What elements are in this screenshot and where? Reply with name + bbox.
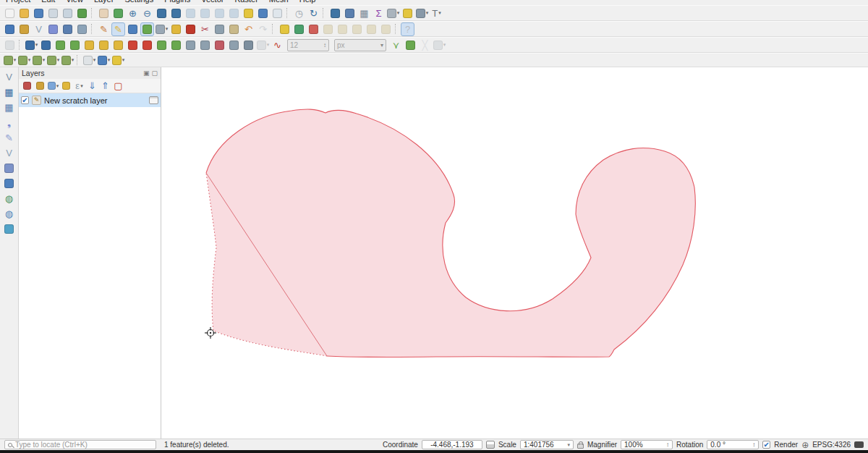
menu-help[interactable]: Help xyxy=(299,0,316,5)
menu-view[interactable]: View xyxy=(66,0,83,5)
remove-layer-icon[interactable]: ▢ xyxy=(112,80,124,92)
open-attribute-table-icon[interactable]: ▦ xyxy=(357,7,371,20)
text-annotation-icon[interactable]: T▾ xyxy=(430,7,443,20)
map-tips-icon[interactable] xyxy=(401,7,414,20)
temporal-controller-icon[interactable]: ◷ xyxy=(292,7,306,20)
new-spatialite-layer-icon[interactable]: ✎ xyxy=(2,131,16,145)
draw-rectangle-icon[interactable]: ▾ xyxy=(46,54,60,67)
new-map-view-icon[interactable] xyxy=(271,7,284,20)
zoom-out-icon[interactable]: ⊖ xyxy=(140,7,154,20)
move-feature-icon[interactable]: ▾ xyxy=(25,38,38,52)
map-canvas[interactable] xyxy=(161,67,868,439)
refresh-map-icon[interactable]: ↻ xyxy=(307,7,320,20)
datasource-manager-icon[interactable] xyxy=(3,22,17,36)
save-layer-edits-icon[interactable] xyxy=(126,22,140,36)
circular-string-icon[interactable]: ▾ xyxy=(3,54,17,67)
add-delimited-text-layer-icon[interactable]: ❟ xyxy=(2,116,16,130)
coordinate-field[interactable]: -4.468,-1.193 xyxy=(422,440,482,449)
panel-close-icon[interactable]: ▢ xyxy=(151,69,158,77)
add-raster-layer-icon[interactable]: ▦ xyxy=(2,85,16,99)
layer-label[interactable]: New scratch layer xyxy=(44,96,146,105)
add-group-icon[interactable] xyxy=(34,80,46,92)
add-mesh-layer-icon[interactable]: ▦ xyxy=(2,101,16,114)
magnifier-spinbox[interactable]: 100% ↕ xyxy=(621,440,673,449)
show-bookmarks-icon[interactable] xyxy=(256,7,270,20)
add-wcs-layer-icon[interactable] xyxy=(2,222,16,236)
vertex-tool-icon[interactable]: ▾ xyxy=(155,22,169,36)
new-spatialite-layer-icon[interactable] xyxy=(46,22,60,36)
layer-labeling-icon[interactable] xyxy=(278,22,292,36)
rotate-feature-icon[interactable] xyxy=(54,38,67,52)
collapse-all-icon[interactable]: ⇑ xyxy=(99,80,111,92)
zoom-native-icon[interactable] xyxy=(155,7,169,20)
rotation-spinbox[interactable]: 0.0 ° ↕ xyxy=(707,440,759,449)
new-bookmark-icon[interactable] xyxy=(242,7,255,20)
copy-move-feature-icon[interactable] xyxy=(39,38,53,52)
show-layout-manager-icon[interactable] xyxy=(61,7,75,20)
manage-map-themes-icon[interactable]: ▾ xyxy=(47,80,59,92)
new-3d-map-icon[interactable]: ▾ xyxy=(415,7,429,20)
menu-settings[interactable]: Settings xyxy=(124,0,153,5)
scale-lock-icon[interactable] xyxy=(577,444,584,449)
draw-regular-polygon-icon[interactable]: ▾ xyxy=(61,54,75,67)
menu-vector[interactable]: Vector xyxy=(201,0,224,5)
undo-icon[interactable]: ↶ xyxy=(242,22,255,36)
scale-combo[interactable]: 1:401756 ▾ xyxy=(520,440,574,449)
locate-search-input[interactable]: Type to locate (Ctrl+K) xyxy=(4,440,156,449)
select-features-icon[interactable]: ▾ xyxy=(82,54,96,67)
add-vector-layer-icon[interactable]: V xyxy=(2,70,16,84)
add-polygon-feature-icon[interactable] xyxy=(140,22,154,36)
menu-plugins[interactable]: Plugins xyxy=(164,0,190,5)
delete-part-icon[interactable] xyxy=(140,38,154,52)
filter-legend-icon[interactable] xyxy=(60,80,72,92)
toggle-editing-icon[interactable]: ✎ xyxy=(111,22,125,36)
draw-ellipse-icon[interactable]: ▾ xyxy=(32,54,46,67)
copy-features-icon[interactable] xyxy=(213,22,226,36)
filter-by-expression-icon[interactable]: ε▾ xyxy=(73,80,85,92)
deselect-all-icon[interactable]: ▾ xyxy=(111,54,125,67)
messages-icon[interactable] xyxy=(854,441,864,448)
draw-circle-icon[interactable]: ▾ xyxy=(17,54,31,67)
menu-raster[interactable]: Raster xyxy=(234,0,258,5)
layer-visibility-checkbox[interactable]: ✔ xyxy=(21,96,29,104)
run-feature-action-icon[interactable] xyxy=(343,7,357,20)
new-temporary-scratch-layer-icon[interactable] xyxy=(61,22,75,36)
enable-snapping-icon[interactable] xyxy=(404,38,417,52)
add-wms-layer-icon[interactable]: ◍ xyxy=(2,192,16,206)
select-by-form-icon[interactable]: ▾ xyxy=(97,54,111,67)
simplify-feature-icon[interactable] xyxy=(68,38,82,52)
split-parts-icon[interactable] xyxy=(198,38,212,52)
layer-diagram-icon[interactable] xyxy=(307,22,320,36)
stream-digitizing-icon[interactable]: ∿ xyxy=(271,38,284,52)
pan-to-selection-icon[interactable] xyxy=(111,7,125,20)
zoom-in-icon[interactable]: ⊕ xyxy=(126,7,140,20)
merge-attributes-icon[interactable] xyxy=(227,38,241,52)
menu-edit[interactable]: Edit xyxy=(41,0,55,5)
memory-layer-indicator-icon[interactable] xyxy=(149,96,158,104)
offset-curve-icon[interactable] xyxy=(155,38,169,52)
extents-toggle-icon[interactable] xyxy=(486,441,495,449)
measure-icon[interactable]: ▾ xyxy=(386,7,400,20)
add-ring-icon[interactable] xyxy=(82,38,96,52)
zoom-full-icon[interactable] xyxy=(169,7,183,20)
new-geopackage-layer-icon[interactable] xyxy=(17,22,31,36)
add-virtual-layer-icon[interactable]: V xyxy=(2,146,16,160)
menu-project[interactable]: Project xyxy=(6,0,30,5)
new-project-icon[interactable] xyxy=(3,7,17,20)
merge-features-icon[interactable] xyxy=(213,38,226,52)
style-manager-icon[interactable] xyxy=(75,7,89,20)
enable-tracing-icon[interactable]: ⋎ xyxy=(389,38,403,52)
delete-ring-icon[interactable] xyxy=(126,38,140,52)
layer-item-new-scratch-layer[interactable]: ✔ ✎ New scratch layer xyxy=(19,93,161,107)
new-shapefile-layer-icon[interactable]: V xyxy=(32,22,46,36)
add-part-icon[interactable] xyxy=(97,38,111,52)
rotate-point-symbols-icon[interactable] xyxy=(242,38,255,52)
crs-value[interactable]: EPSG:4326 xyxy=(812,441,851,449)
add-mssql-layer-icon[interactable] xyxy=(2,177,16,190)
save-project-icon[interactable] xyxy=(32,7,46,20)
add-wfs-layer-icon[interactable]: ◍ xyxy=(2,207,16,221)
fill-ring-icon[interactable] xyxy=(111,38,125,52)
panel-dock-icon[interactable]: ▣ xyxy=(143,69,150,77)
reshape-features-icon[interactable] xyxy=(169,38,183,52)
menu-layer[interactable]: Layer xyxy=(94,0,114,5)
